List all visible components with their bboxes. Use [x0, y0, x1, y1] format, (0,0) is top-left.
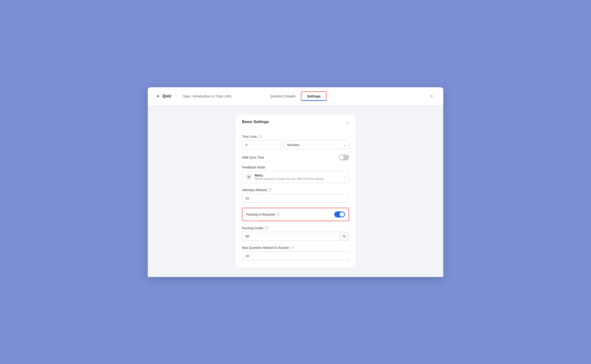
feedback-mode-label: Feedback Mode: [242, 165, 349, 169]
attempts-allowed-input[interactable]: [242, 194, 349, 203]
topic-label: Topic: Introduction to Tutor LMS: [183, 94, 232, 98]
chevron-down-icon: ⌄: [346, 119, 349, 124]
basic-settings-title: Basic Settings: [242, 120, 269, 124]
quiz-icon: ✦: [156, 93, 160, 99]
time-unit-wrapper: Minutes Hours ⌄: [284, 140, 349, 149]
passing-grade-row: %: [242, 232, 349, 241]
passing-grade-group: Passing Grade i %: [242, 226, 349, 241]
quiz-modal: ✦ Quiz Topic: Introduction to Tutor LMS …: [148, 87, 443, 277]
passing-required-toggle[interactable]: [334, 211, 345, 217]
attempts-allowed-label: Attempts Allowed i: [242, 188, 349, 192]
time-limit-group: Time Limit i Minutes Hours ⌄: [242, 135, 349, 149]
basic-settings-content: Time Limit i Minutes Hours ⌄: [235, 129, 356, 268]
header-divider: [177, 94, 177, 99]
attempts-info-icon: i: [268, 188, 272, 192]
time-unit-select[interactable]: Minutes Hours: [284, 140, 349, 149]
close-button[interactable]: ×: [428, 92, 435, 100]
passing-required-slider: [334, 211, 345, 217]
max-question-info-icon: i: [290, 246, 294, 249]
passing-grade-suffix: %: [339, 232, 349, 241]
hide-quiz-time-row: Hide Quiz Time: [242, 154, 349, 160]
passing-required-label: Passing is Required i: [246, 213, 280, 216]
hide-quiz-time-toggle[interactable]: [338, 154, 349, 160]
time-limit-label: Time Limit i: [242, 135, 349, 138]
header-left: ✦ Quiz Topic: Introduction to Tutor LMS: [156, 93, 232, 99]
time-limit-input[interactable]: [242, 140, 281, 149]
settings-card: Basic Settings ⌄ Time Limit i Minutes: [235, 115, 356, 268]
feedback-chevron-icon: ⌄: [343, 175, 346, 179]
feedback-mode-icon: 👁: [245, 174, 252, 181]
passing-grade-info-icon: i: [265, 226, 268, 230]
quiz-title: Quiz: [162, 94, 171, 98]
max-question-group: Max Question Allowed to Answer i: [242, 246, 349, 260]
passing-required-info-icon: i: [276, 213, 280, 216]
max-question-input[interactable]: [242, 251, 349, 260]
hide-quiz-time-slider: [338, 154, 349, 160]
modal-body: Basic Settings ⌄ Time Limit i Minutes: [148, 105, 443, 277]
passing-grade-label: Passing Grade i: [242, 226, 349, 230]
hide-quiz-time-label: Hide Quiz Time: [242, 156, 264, 159]
feedback-mode-group: Feedback Mode 👁 Retry Allows students to…: [242, 165, 349, 183]
passing-grade-input[interactable]: [242, 232, 339, 241]
passing-required-row: Passing is Required i: [242, 208, 349, 221]
attempts-allowed-group: Attempts Allowed i: [242, 188, 349, 203]
feedback-mode-name: Retry: [255, 174, 341, 177]
max-question-label: Max Question Allowed to Answer i: [242, 246, 349, 249]
tab-settings[interactable]: Settings: [301, 91, 326, 101]
modal-header: ✦ Quiz Topic: Introduction to Tutor LMS …: [148, 87, 443, 105]
basic-settings-header[interactable]: Basic Settings ⌄: [235, 115, 356, 129]
time-limit-row: Minutes Hours ⌄: [242, 140, 349, 149]
feedback-mode-desc: Allows students to retake the quiz after…: [255, 177, 341, 181]
header-tabs: Question Details Settings: [264, 91, 326, 101]
feedback-mode-text: Retry Allows students to retake the quiz…: [255, 174, 341, 181]
tab-question-details[interactable]: Question Details: [264, 91, 301, 101]
time-limit-info-icon: i: [258, 135, 262, 138]
feedback-mode-select[interactable]: 👁 Retry Allows students to retake the qu…: [242, 171, 349, 183]
